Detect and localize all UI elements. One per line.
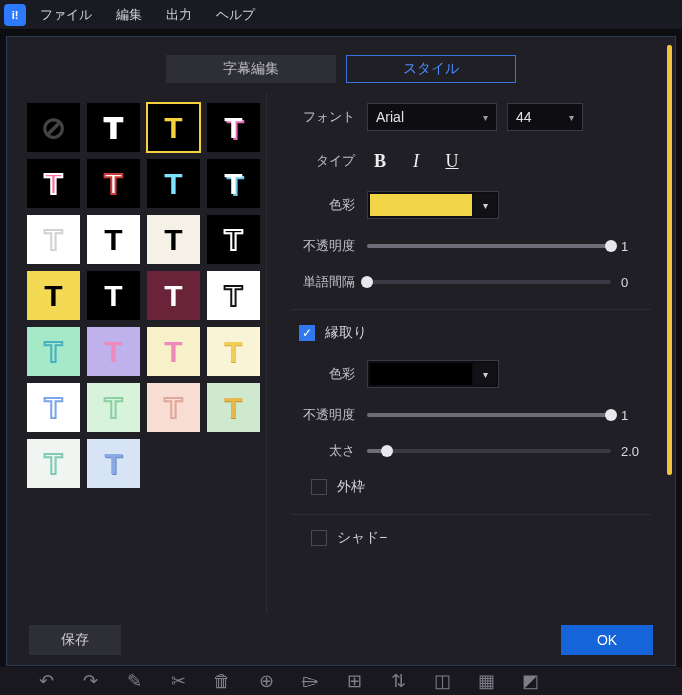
style-preset-glyph: T: [104, 281, 122, 311]
outline-checkbox-label: 縁取り: [325, 324, 367, 342]
font-label: フォント: [291, 108, 367, 126]
style-preset-cyan-outline-mint[interactable]: T: [27, 327, 80, 376]
style-preset-glyph: T: [224, 337, 242, 367]
underline-button[interactable]: U: [439, 149, 465, 173]
caption-icon[interactable]: ⌲: [300, 671, 320, 692]
menu-output[interactable]: 出力: [156, 2, 202, 28]
grid-icon[interactable]: ▦: [476, 670, 496, 692]
tab-style[interactable]: スタイル: [346, 55, 516, 83]
style-preset-glyph: T: [164, 113, 182, 143]
style-preset-glyph: T: [164, 393, 182, 423]
style-preset-peach-outline-pink[interactable]: T: [147, 383, 200, 432]
shadow-checkbox[interactable]: [311, 530, 327, 546]
outline-checkbox[interactable]: ✓: [299, 325, 315, 341]
pencil-icon[interactable]: ✎: [124, 670, 144, 692]
redo-icon[interactable]: ↷: [80, 670, 100, 692]
style-preset-outline-white-bg[interactable]: T: [27, 215, 80, 264]
style-preset-glyph: T: [224, 169, 242, 199]
style-preset-glyph: T: [44, 337, 62, 367]
wordspacing-slider[interactable]: [367, 280, 611, 284]
chevron-down-icon: ▾: [569, 112, 574, 123]
style-preset-glyph: T: [44, 169, 62, 199]
outline-opacity-slider[interactable]: [367, 413, 611, 417]
style-preset-blue-soft[interactable]: T: [87, 439, 140, 488]
style-preset-cyan[interactable]: T: [147, 159, 200, 208]
cut-icon[interactable]: ✂: [168, 670, 188, 692]
style-preset-black-on-white[interactable]: T: [87, 215, 140, 264]
text-color-select[interactable]: ▾: [367, 191, 499, 219]
save-button[interactable]: 保存: [29, 625, 121, 655]
style-preset-glyph: T: [104, 169, 122, 199]
style-preset-gold-on-mint[interactable]: T: [207, 383, 260, 432]
style-preset-pink-white-outline[interactable]: T: [27, 159, 80, 208]
style-preset-teal-outline-white[interactable]: T: [27, 439, 80, 488]
outline-thickness-label: 太さ: [291, 442, 367, 460]
style-preset-glyph: ⊘: [41, 113, 66, 143]
marker-icon[interactable]: ⊞: [344, 670, 364, 692]
tab-subtitle-edit[interactable]: 字幕編集: [166, 55, 336, 83]
style-preset-glyph: T: [44, 449, 62, 479]
slider-thumb[interactable]: [605, 240, 617, 252]
style-preset-white-cyan-shadow[interactable]: T: [207, 159, 260, 208]
outline-color-select[interactable]: ▾: [367, 360, 499, 388]
style-preset-outline-white-bg-2[interactable]: T: [207, 271, 260, 320]
style-preset-glyph: T: [44, 393, 62, 423]
style-preset-glyph: T: [44, 281, 62, 311]
timeline-toolbar: ↶↷✎✂🗑⊕⌲⊞⇅◫▦◩: [0, 667, 682, 695]
style-preset-glyph: T: [164, 225, 182, 255]
style-preset-none[interactable]: ⊘: [27, 103, 80, 152]
opacity-value: 1: [621, 239, 651, 254]
outline-thickness-value: 2.0: [621, 444, 651, 459]
style-preset-glyph: T: [164, 281, 182, 311]
style-preset-mint-outline-pale[interactable]: T: [87, 383, 140, 432]
menu-edit[interactable]: 編集: [106, 2, 152, 28]
panel-scrollbar-thumb[interactable]: [667, 45, 672, 475]
style-preset-outline-black-bg[interactable]: T: [207, 215, 260, 264]
style-preset-white-pink-shadow[interactable]: T: [207, 103, 260, 152]
style-preset-black-on-yellow[interactable]: T: [27, 271, 80, 320]
style-preset-white-outline[interactable]: T: [87, 103, 140, 152]
font-size-select[interactable]: 44 ▾: [507, 103, 583, 131]
ok-button[interactable]: OK: [561, 625, 653, 655]
style-preset-pink-violet[interactable]: T: [87, 327, 140, 376]
slider-thumb[interactable]: [361, 276, 373, 288]
panel-scrollbar[interactable]: [667, 45, 673, 659]
style-preset-white-on-black[interactable]: T: [87, 271, 140, 320]
slider-thumb[interactable]: [381, 445, 393, 457]
outline-thickness-slider[interactable]: [367, 449, 611, 453]
adjust-icon[interactable]: ⇅: [388, 670, 408, 692]
style-preset-yellow-cream[interactable]: T: [207, 327, 260, 376]
outline-color-label: 色彩: [291, 365, 367, 383]
style-preset-pink-cream[interactable]: T: [147, 327, 200, 376]
style-preset-yellow-black[interactable]: T: [147, 103, 200, 152]
app-icon[interactable]: i!: [4, 4, 26, 26]
add-icon[interactable]: ⊕: [256, 670, 276, 692]
italic-button[interactable]: I: [403, 149, 429, 173]
style-preset-glyph: T: [104, 449, 122, 479]
opacity-label: 不透明度: [291, 237, 367, 255]
crop-icon[interactable]: ◫: [432, 670, 452, 692]
layers-icon[interactable]: ◩: [520, 670, 540, 692]
separator: [291, 514, 651, 515]
separator: [291, 309, 651, 310]
style-preset-grid: ⊘TTTTTTTTTTTTTTTTTTTTTTTTT: [17, 93, 267, 613]
style-settings: フォント Arial ▾ 44 ▾ タイプ B I U: [267, 93, 665, 613]
trash-icon[interactable]: 🗑: [212, 671, 232, 692]
style-preset-blue-outline-white[interactable]: T: [27, 383, 80, 432]
style-preset-glyph: T: [224, 225, 242, 255]
style-preset-black-on-ivory[interactable]: T: [147, 215, 200, 264]
menu-help[interactable]: ヘルプ: [206, 2, 265, 28]
style-preset-white-red-outline[interactable]: T: [87, 159, 140, 208]
style-preset-white-on-maroon[interactable]: T: [147, 271, 200, 320]
outer-frame-checkbox[interactable]: [311, 479, 327, 495]
outline-opacity-label: 不透明度: [291, 406, 367, 424]
slider-thumb[interactable]: [605, 409, 617, 421]
menu-file[interactable]: ファイル: [30, 2, 102, 28]
outer-frame-checkbox-label: 外枠: [337, 478, 365, 496]
color-label: 色彩: [291, 196, 367, 214]
undo-icon[interactable]: ↶: [36, 670, 56, 692]
style-panel: 字幕編集 スタイル ⊘TTTTTTTTTTTTTTTTTTTTTTTTT フォン…: [6, 36, 676, 666]
font-select[interactable]: Arial ▾: [367, 103, 497, 131]
opacity-slider[interactable]: [367, 244, 611, 248]
bold-button[interactable]: B: [367, 149, 393, 173]
